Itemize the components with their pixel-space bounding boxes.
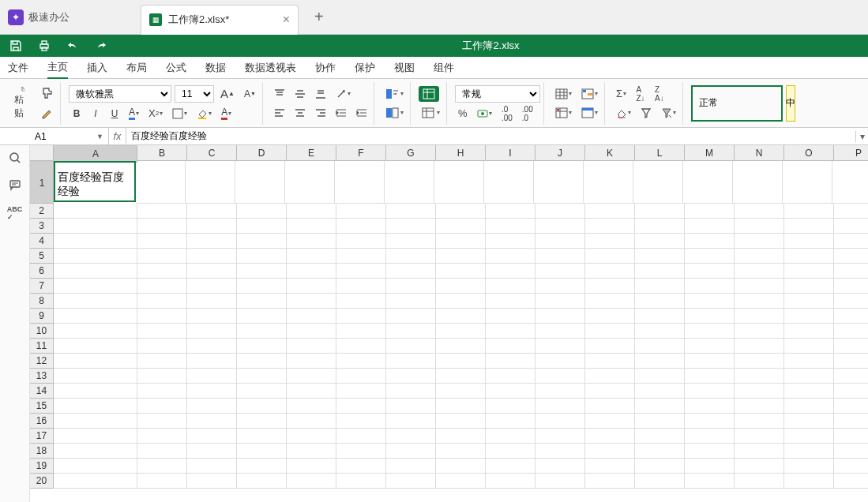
row-header-16[interactable]: 16 xyxy=(30,414,54,429)
col-header-H[interactable]: H xyxy=(436,145,486,161)
percent-button[interactable]: % xyxy=(455,106,471,122)
row-header-6[interactable]: 6 xyxy=(30,264,54,279)
border-button[interactable]: ▾ xyxy=(169,106,190,122)
menu-数据[interactable]: 数据 xyxy=(205,58,226,78)
menu-协作[interactable]: 协作 xyxy=(315,58,336,78)
col-header-P[interactable]: P xyxy=(834,145,868,161)
cell-A1[interactable]: 百度经验百度经验 xyxy=(54,161,136,202)
row-header-14[interactable]: 14 xyxy=(30,384,54,399)
bold-button[interactable]: B xyxy=(69,106,85,122)
align-bottom-icon[interactable] xyxy=(312,86,329,102)
insert-cells-icon[interactable]: ▾ xyxy=(552,86,575,102)
row-header-3[interactable]: 3 xyxy=(30,219,54,234)
fill-color-button[interactable]: ▾ xyxy=(194,106,215,122)
row-header-8[interactable]: 8 xyxy=(30,294,54,309)
cell-style-mid[interactable]: 中 xyxy=(786,85,795,122)
cell-type2-icon[interactable]: ▾ xyxy=(419,105,443,121)
underline-button[interactable]: U xyxy=(107,106,122,122)
cond-format-icon[interactable]: ▾ xyxy=(578,86,601,102)
expand-formula-icon[interactable]: ▾ xyxy=(855,131,868,142)
indent-dec-icon[interactable] xyxy=(333,105,350,121)
wrap-text-icon[interactable]: ▾ xyxy=(382,86,407,102)
col-header-K[interactable]: K xyxy=(585,145,635,161)
col-header-N[interactable]: N xyxy=(735,145,784,161)
formula-input[interactable] xyxy=(126,128,855,144)
col-header-B[interactable]: B xyxy=(137,145,187,161)
indent-inc-icon[interactable] xyxy=(353,105,370,121)
row-header-19[interactable]: 19 xyxy=(30,459,54,474)
fx-icon[interactable]: fx xyxy=(109,128,126,144)
row-header-7[interactable]: 7 xyxy=(30,279,54,294)
col-header-L[interactable]: L xyxy=(635,145,685,161)
col-header-F[interactable]: F xyxy=(336,145,386,161)
row-header-15[interactable]: 15 xyxy=(30,399,54,414)
filter-icon[interactable] xyxy=(637,105,655,121)
row-header-18[interactable]: 18 xyxy=(30,444,54,459)
chevron-down-icon[interactable]: ▼ xyxy=(96,133,103,140)
increase-font-icon[interactable]: A▲ xyxy=(217,86,238,102)
col-header-J[interactable]: J xyxy=(535,145,585,161)
paste-button[interactable]: 粘贴 xyxy=(11,84,35,122)
dec-increase-icon[interactable]: .0.00 xyxy=(498,106,516,122)
menu-公式[interactable]: 公式 xyxy=(166,58,186,78)
menu-插入[interactable]: 插入 xyxy=(87,58,107,78)
row-header-2[interactable]: 2 xyxy=(30,204,54,219)
cells-area[interactable]: 百度经验百度经验 xyxy=(54,161,868,489)
menu-视图[interactable]: 视图 xyxy=(394,58,415,78)
font-color2-button[interactable]: A▾ xyxy=(218,106,235,122)
menu-保护[interactable]: 保护 xyxy=(355,58,375,78)
menu-组件[interactable]: 组件 xyxy=(434,58,454,78)
col-header-G[interactable]: G xyxy=(386,145,436,161)
row-header-17[interactable]: 17 xyxy=(30,429,54,444)
orientation-icon[interactable]: ▾ xyxy=(333,86,354,102)
align-center-icon[interactable] xyxy=(291,105,309,121)
cell-style-normal[interactable]: 正常 xyxy=(691,85,783,122)
row-header-13[interactable]: 13 xyxy=(30,369,54,384)
col-header-D[interactable]: D xyxy=(237,145,287,161)
close-tab-icon[interactable]: × xyxy=(283,13,290,27)
comment-icon[interactable] xyxy=(9,178,21,191)
italic-button[interactable]: I xyxy=(88,106,103,122)
clear-icon[interactable]: ▾ xyxy=(613,105,634,121)
row-header-9[interactable]: 9 xyxy=(30,309,54,324)
font-color-button[interactable]: A▾ xyxy=(126,106,142,122)
strike-button[interactable]: X2▾ xyxy=(145,106,166,122)
currency-button[interactable]: ▾ xyxy=(474,106,495,122)
document-tab[interactable]: ▦ 工作簿2.xlsx* × xyxy=(141,5,299,35)
menu-文件[interactable]: 文件 xyxy=(8,58,28,78)
col-header-C[interactable]: C xyxy=(187,145,237,161)
col-header-E[interactable]: E xyxy=(287,145,336,161)
row-header-12[interactable]: 12 xyxy=(30,354,54,369)
align-right-icon[interactable] xyxy=(312,105,329,121)
sort-desc-icon[interactable]: ZA↓ xyxy=(652,86,667,102)
name-box[interactable]: A1 ▼ xyxy=(30,128,109,144)
dec-decrease-icon[interactable]: .00.0 xyxy=(519,106,536,122)
undo-icon[interactable] xyxy=(66,39,79,52)
spreadsheet-grid[interactable]: ABCDEFGHIJKLMNOP 12345678910111213141516… xyxy=(30,145,868,502)
row-header-10[interactable]: 10 xyxy=(30,324,54,339)
search-icon[interactable] xyxy=(9,152,21,164)
col-header-M[interactable]: M xyxy=(685,145,735,161)
row-header-1[interactable]: 1 xyxy=(30,161,54,204)
brush-icon[interactable] xyxy=(38,106,57,122)
row-header-20[interactable]: 20 xyxy=(30,474,54,489)
align-left-icon[interactable] xyxy=(271,105,288,121)
row-header-5[interactable]: 5 xyxy=(30,249,54,264)
spellcheck-icon[interactable]: ABC✓ xyxy=(7,205,23,221)
select-all-corner[interactable] xyxy=(30,145,54,161)
menu-主页[interactable]: 主页 xyxy=(47,57,68,79)
delete-cells-icon[interactable]: ▾ xyxy=(552,105,575,121)
merge-cells-icon[interactable]: ▾ xyxy=(382,105,407,121)
redo-icon[interactable] xyxy=(95,39,107,52)
menu-数据透视表[interactable]: 数据透视表 xyxy=(245,58,296,78)
align-top-icon[interactable] xyxy=(271,86,288,102)
align-middle-icon[interactable] xyxy=(291,86,309,102)
row-header-11[interactable]: 11 xyxy=(30,339,54,354)
format-table-icon[interactable]: ▾ xyxy=(578,105,601,121)
number-format-select[interactable]: 常规 xyxy=(455,85,540,103)
find-icon[interactable]: ▾ xyxy=(658,105,679,121)
format-painter-icon[interactable] xyxy=(38,85,57,101)
font-size-select[interactable]: 11 xyxy=(175,85,214,103)
font-name-select[interactable]: 微软雅黑 xyxy=(69,85,171,103)
col-header-O[interactable]: O xyxy=(784,145,834,161)
